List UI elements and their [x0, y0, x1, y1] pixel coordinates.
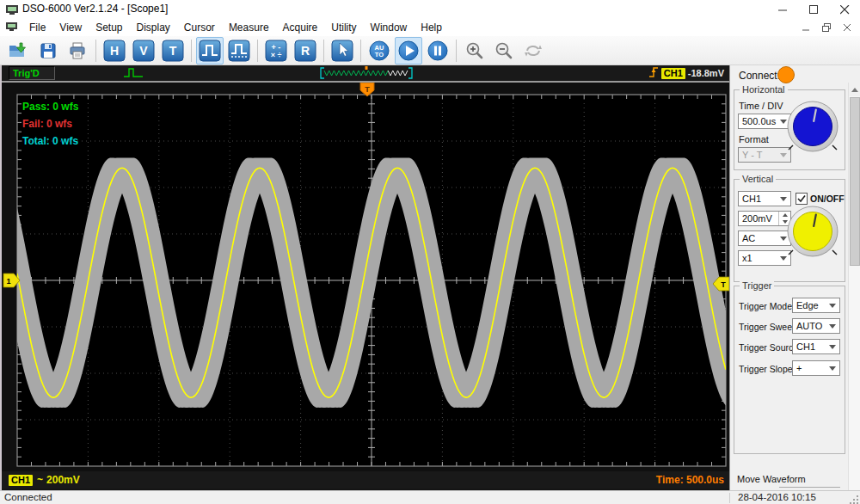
zoom-in-icon[interactable]: [461, 37, 488, 65]
waveform-preview-bar[interactable]: [319, 66, 414, 83]
trigger-mode-select[interactable]: Edge: [792, 298, 840, 313]
control-panel: Connect: Horizontal Time / DIV 500.0us F…: [729, 65, 860, 490]
status-bar: Connected 28-04-2016 10:15: [0, 490, 860, 504]
connect-button[interactable]: [777, 66, 795, 83]
statusbar-divider: [729, 493, 730, 503]
svg-text:1: 1: [6, 277, 10, 286]
menu-window[interactable]: Window: [364, 20, 415, 35]
volts-per-div-value: 200mV: [46, 474, 80, 486]
connect-label: Connect:: [739, 70, 780, 82]
toolbar-separator: [95, 40, 96, 62]
horizontal-settings-button[interactable]: H: [101, 37, 128, 65]
svg-text:T: T: [169, 44, 177, 58]
time-per-div-value: Time: 500.0us: [656, 474, 724, 486]
menu-cursor[interactable]: Cursor: [177, 20, 222, 35]
menu-help[interactable]: Help: [414, 20, 449, 35]
connection-status: Connected: [4, 492, 52, 502]
move-waveform-label: Move Waveform: [737, 474, 806, 484]
mdi-minimize-icon[interactable]: [796, 21, 815, 34]
scope-window: Trig'D CH1 -18.8mV: [0, 65, 729, 490]
print-icon[interactable]: [64, 37, 91, 65]
cursor-select-button[interactable]: [329, 37, 356, 65]
scrollbar-thumb[interactable]: [850, 97, 860, 266]
sync-icon: [519, 37, 547, 65]
scroll-up-icon[interactable]: [849, 83, 860, 96]
pass-fail-button[interactable]: [196, 37, 224, 65]
menu-bar: File View Setup Display Cursor Measure A…: [0, 19, 860, 37]
svg-text:R: R: [301, 44, 310, 58]
pause-button[interactable]: [424, 37, 452, 65]
scope-top-status-bar: Trig'D CH1 -18.8mV: [2, 65, 731, 83]
scope-document-icon: [6, 20, 17, 35]
channel-badge: CH1: [9, 475, 33, 486]
format-label: Format: [739, 134, 769, 144]
mdi-close-icon[interactable]: [838, 21, 857, 34]
graticule-canvas: Pass: 0 wfs Fail: 0 wfs Total: 0 wfs T 1…: [2, 83, 731, 471]
svg-text:T: T: [721, 280, 726, 289]
move-waveform-divider: [779, 487, 840, 488]
menu-display[interactable]: Display: [130, 20, 177, 35]
reference-button[interactable]: R: [292, 37, 319, 65]
horizontal-position-knob[interactable]: [783, 98, 842, 160]
chevron-down-icon: [780, 197, 787, 201]
trigger-source-label: Trigger Source: [739, 342, 798, 353]
toolbar: H V T + -× ÷ R AUTO: [0, 36, 860, 65]
menu-measure[interactable]: Measure: [222, 20, 276, 35]
toolbar-separator: [191, 40, 192, 62]
svg-text:× ÷: × ÷: [271, 51, 282, 59]
minimize-icon[interactable]: [767, 0, 798, 19]
pass-count: Pass: 0 wfs: [22, 101, 79, 113]
chevron-down-icon: [829, 324, 836, 329]
workspace: Trig'D CH1 -18.8mV: [0, 65, 860, 490]
toolbar-separator: [323, 40, 324, 62]
trigger-slope-icon: [648, 65, 659, 82]
toolbar-separator: [257, 40, 258, 62]
trigger-settings-button[interactable]: T: [159, 37, 187, 65]
trigger-slope-select[interactable]: +: [792, 360, 840, 376]
open-icon[interactable]: [5, 37, 33, 65]
waveform-record-button[interactable]: [225, 37, 253, 65]
zoom-out-icon[interactable]: [490, 37, 518, 65]
trigger-channel-badge: CH1: [661, 68, 685, 79]
math-button[interactable]: + -× ÷: [262, 37, 290, 65]
trigger-group-title: Trigger: [740, 280, 774, 291]
trigger-mode-label: Trigger Mode: [739, 301, 792, 311]
menu-file[interactable]: File: [22, 20, 52, 35]
toolbar-separator: [456, 40, 457, 62]
app-icon: [6, 3, 18, 19]
title-bar: DSO-6000 Ver2.1.24 - [Scope1]: [0, 0, 860, 20]
datetime-status: 28-04-2016 10:15: [738, 492, 816, 502]
toolbar-separator: [360, 40, 361, 62]
svg-text:V: V: [139, 44, 148, 58]
menu-setup[interactable]: Setup: [89, 20, 129, 35]
scope-bottom-status-bar: CH1 ~ 200mV Time: 500.0us: [2, 471, 731, 489]
fail-count: Fail: 0 wfs: [22, 118, 72, 130]
trigger-status: Trig'D: [9, 66, 55, 80]
time-div-label: Time / DIV: [739, 101, 783, 111]
total-count: Total: 0 wfs: [22, 135, 78, 147]
vertical-settings-button[interactable]: V: [130, 37, 157, 65]
save-icon[interactable]: [34, 37, 62, 65]
svg-text:T: T: [365, 85, 370, 94]
mdi-restore-icon[interactable]: [817, 21, 836, 34]
svg-text:TO: TO: [375, 51, 384, 58]
menu-acquire[interactable]: Acquire: [276, 20, 325, 35]
auto-setup-button[interactable]: AUTO: [366, 37, 393, 65]
chevron-down-icon: [829, 304, 836, 308]
menu-view[interactable]: View: [52, 20, 89, 35]
resize-grip[interactable]: [849, 493, 859, 504]
run-button[interactable]: [395, 37, 422, 65]
maximize-icon[interactable]: [798, 0, 829, 19]
menu-utility[interactable]: Utility: [324, 20, 363, 35]
acquisition-pulse-icon: [122, 66, 144, 83]
vertical-position-knob[interactable]: [783, 203, 842, 265]
chevron-down-icon: [829, 345, 836, 349]
close-icon[interactable]: [829, 0, 860, 19]
panel-scrollbar[interactable]: [848, 83, 860, 490]
trigger-slope-label: Trigger Slope: [739, 364, 793, 374]
trigger-sweep-select[interactable]: AUTO: [792, 318, 840, 334]
horizontal-group-title: Horizontal: [740, 84, 788, 95]
vertical-group-title: Vertical: [740, 174, 776, 184]
trigger-source-select[interactable]: CH1: [792, 339, 840, 354]
scope-display: Pass: 0 wfs Fail: 0 wfs Total: 0 wfs T 1…: [2, 83, 731, 471]
